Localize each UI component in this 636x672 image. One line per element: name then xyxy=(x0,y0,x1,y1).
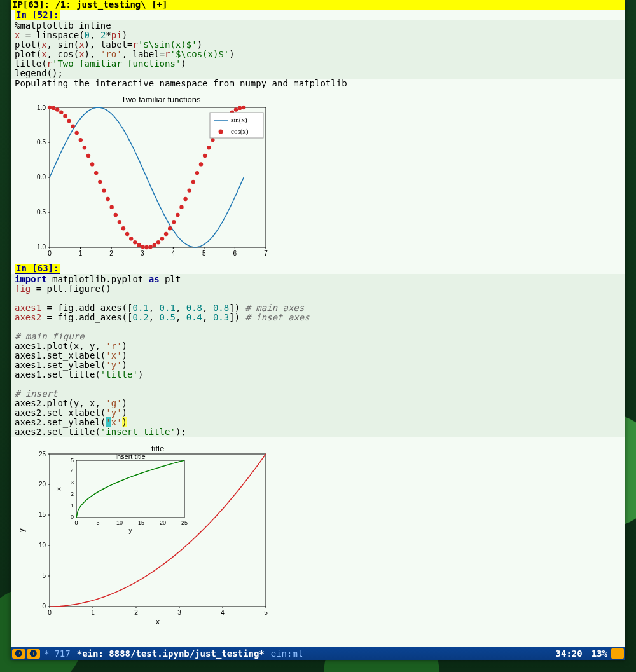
svg-point-63 xyxy=(188,188,191,192)
svg-text:4: 4 xyxy=(172,250,176,257)
cursor-position: 34:20 xyxy=(556,649,583,659)
svg-text:y: y xyxy=(17,528,26,532)
code-cell-52[interactable]: %matplotlib inline x = linspace(0, 2*pi)… xyxy=(11,20,625,79)
svg-text:15: 15 xyxy=(138,519,144,526)
svg-text:4: 4 xyxy=(71,468,74,474)
svg-text:7: 7 xyxy=(264,250,268,257)
svg-point-67 xyxy=(203,154,207,158)
svg-text:1: 1 xyxy=(79,250,83,257)
svg-text:insert title: insert title xyxy=(115,453,145,460)
plot-sinusoids: Two familiar functions 1.0 0.5 0.0 −0.5 … xyxy=(11,88,625,260)
svg-text:5: 5 xyxy=(71,457,74,463)
svg-point-45 xyxy=(118,220,121,224)
svg-point-58 xyxy=(168,226,172,230)
cell-prompt-63: In [63]: xyxy=(15,264,60,274)
svg-rect-111 xyxy=(76,460,184,518)
svg-text:5: 5 xyxy=(264,609,268,616)
svg-text:0: 0 xyxy=(48,609,52,616)
svg-point-50 xyxy=(137,243,141,247)
svg-text:4: 4 xyxy=(221,609,225,616)
plot1-title: Two familiar functions xyxy=(121,95,201,104)
svg-point-75 xyxy=(234,107,238,111)
svg-point-48 xyxy=(129,237,133,240)
buffer-content[interactable]: In [52]: %matplotlib inline x = linspace… xyxy=(11,10,625,647)
svg-text:x: x xyxy=(156,617,160,626)
svg-point-57 xyxy=(164,232,168,236)
svg-text:2: 2 xyxy=(134,609,138,616)
svg-point-69 xyxy=(211,138,214,142)
svg-point-65 xyxy=(195,171,199,175)
svg-point-36 xyxy=(83,146,86,149)
svg-text:25: 25 xyxy=(181,519,188,526)
svg-point-32 xyxy=(67,119,71,123)
svg-text:1: 1 xyxy=(91,609,95,616)
svg-text:title: title xyxy=(151,444,164,453)
svg-point-44 xyxy=(114,213,118,217)
svg-text:2: 2 xyxy=(109,250,113,257)
svg-point-33 xyxy=(71,125,74,128)
plot-main-inset: title x y 012 345 0510 xyxy=(11,437,625,628)
svg-point-35 xyxy=(79,138,83,142)
window-indicator-1: ❶ xyxy=(27,649,40,659)
svg-point-62 xyxy=(183,197,187,201)
svg-point-54 xyxy=(153,243,156,247)
svg-text:0.0: 0.0 xyxy=(37,174,46,181)
svg-point-51 xyxy=(141,245,144,249)
svg-text:1.0: 1.0 xyxy=(37,104,46,111)
svg-text:sin(x): sin(x) xyxy=(231,116,247,124)
svg-text:0: 0 xyxy=(42,603,46,610)
svg-text:20: 20 xyxy=(39,481,46,488)
svg-point-28 xyxy=(52,106,55,110)
code-cell-63[interactable]: import matplotlib.pyplot as plt fig = pl… xyxy=(11,274,625,437)
svg-text:5: 5 xyxy=(202,250,206,257)
output-text-52: Populating the interactive namespace fro… xyxy=(11,79,625,88)
svg-point-66 xyxy=(199,162,203,166)
svg-point-59 xyxy=(172,220,176,224)
svg-text:x: x xyxy=(55,488,62,491)
svg-text:20: 20 xyxy=(160,519,166,526)
svg-text:0: 0 xyxy=(48,250,52,257)
modeline: ❷ ❶ * 717 *ein: 8888/test.ipynb/just_tes… xyxy=(11,647,625,660)
svg-text:3: 3 xyxy=(71,479,74,486)
svg-point-47 xyxy=(125,232,129,236)
svg-text:5: 5 xyxy=(42,572,46,579)
line-number: 717 xyxy=(54,649,70,659)
svg-text:cos(x): cos(x) xyxy=(231,127,249,135)
svg-text:0: 0 xyxy=(74,519,78,526)
svg-text:y: y xyxy=(129,527,132,534)
svg-point-60 xyxy=(176,213,179,217)
svg-point-37 xyxy=(86,154,90,158)
svg-text:2: 2 xyxy=(71,491,74,497)
svg-text:0: 0 xyxy=(71,514,74,520)
modified-star: * xyxy=(44,649,49,659)
svg-point-61 xyxy=(179,205,183,209)
svg-point-64 xyxy=(191,180,195,184)
svg-point-30 xyxy=(59,111,63,114)
window-indicator-2: ❷ xyxy=(12,649,25,659)
svg-point-40 xyxy=(98,180,102,184)
svg-point-38 xyxy=(90,162,94,166)
svg-point-31 xyxy=(63,114,67,118)
svg-text:5: 5 xyxy=(96,519,99,526)
scroll-percent: 13% xyxy=(591,649,607,659)
svg-text:0.5: 0.5 xyxy=(37,139,46,146)
svg-point-55 xyxy=(156,240,160,244)
svg-text:−1.0: −1.0 xyxy=(33,243,46,250)
svg-point-53 xyxy=(149,245,153,249)
buffer-name: *ein: 8888/test.ipynb/just_testing* xyxy=(77,649,265,659)
svg-text:1: 1 xyxy=(71,502,74,509)
svg-point-27 xyxy=(48,106,52,109)
svg-point-34 xyxy=(75,131,79,135)
svg-point-81 xyxy=(219,130,223,134)
svg-point-39 xyxy=(94,171,98,175)
svg-point-29 xyxy=(55,107,59,111)
svg-text:15: 15 xyxy=(39,511,46,518)
svg-text:10: 10 xyxy=(39,542,46,549)
svg-point-76 xyxy=(238,106,242,110)
svg-point-43 xyxy=(110,205,114,209)
svg-text:6: 6 xyxy=(233,250,237,257)
svg-text:25: 25 xyxy=(39,451,46,458)
svg-text:10: 10 xyxy=(116,519,123,526)
svg-point-52 xyxy=(144,245,148,249)
svg-point-42 xyxy=(106,197,109,201)
